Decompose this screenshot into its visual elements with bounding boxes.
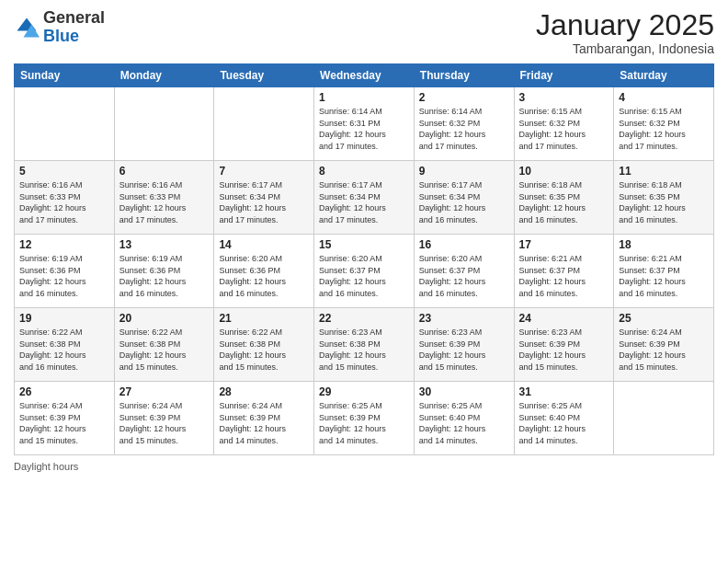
day-number: 2 <box>419 91 509 104</box>
day-info: Sunrise: 6:23 AM Sunset: 6:38 PM Dayligh… <box>319 327 409 373</box>
calendar-cell: 20Sunrise: 6:22 AM Sunset: 6:38 PM Dayli… <box>114 308 214 382</box>
day-number: 21 <box>219 312 309 325</box>
day-number: 7 <box>219 165 309 178</box>
calendar-header-tuesday: Tuesday <box>214 64 314 87</box>
day-info: Sunrise: 6:22 AM Sunset: 6:38 PM Dayligh… <box>219 327 309 373</box>
day-info: Sunrise: 6:16 AM Sunset: 6:33 PM Dayligh… <box>119 179 210 225</box>
calendar-week-4: 19Sunrise: 6:22 AM Sunset: 6:38 PM Dayli… <box>15 308 714 382</box>
day-number: 14 <box>219 238 309 251</box>
calendar-cell: 7Sunrise: 6:17 AM Sunset: 6:34 PM Daylig… <box>214 161 314 235</box>
calendar-cell: 26Sunrise: 6:24 AM Sunset: 6:39 PM Dayli… <box>15 382 115 455</box>
day-number: 20 <box>119 312 210 325</box>
day-info: Sunrise: 6:24 AM Sunset: 6:39 PM Dayligh… <box>219 400 309 446</box>
calendar-cell: 14Sunrise: 6:20 AM Sunset: 6:36 PM Dayli… <box>214 235 314 308</box>
day-number: 8 <box>319 165 409 178</box>
day-number: 11 <box>619 165 709 178</box>
calendar-cell: 30Sunrise: 6:25 AM Sunset: 6:40 PM Dayli… <box>414 382 514 455</box>
day-number: 18 <box>619 238 709 251</box>
subtitle: Tambarangan, Indonesia <box>536 41 714 56</box>
day-info: Sunrise: 6:22 AM Sunset: 6:38 PM Dayligh… <box>119 327 210 373</box>
day-info: Sunrise: 6:18 AM Sunset: 6:35 PM Dayligh… <box>619 179 709 225</box>
day-number: 15 <box>319 238 409 251</box>
day-number: 29 <box>319 385 409 398</box>
day-number: 5 <box>19 165 109 178</box>
logo-icon <box>14 15 40 40</box>
day-info: Sunrise: 6:25 AM Sunset: 6:40 PM Dayligh… <box>519 400 609 446</box>
calendar-cell: 4Sunrise: 6:15 AM Sunset: 6:32 PM Daylig… <box>614 87 714 161</box>
day-info: Sunrise: 6:21 AM Sunset: 6:37 PM Dayligh… <box>619 253 709 299</box>
calendar-cell: 6Sunrise: 6:16 AM Sunset: 6:33 PM Daylig… <box>114 161 214 235</box>
calendar-cell: 19Sunrise: 6:22 AM Sunset: 6:38 PM Dayli… <box>15 308 115 382</box>
calendar-cell: 12Sunrise: 6:19 AM Sunset: 6:36 PM Dayli… <box>15 235 115 308</box>
day-info: Sunrise: 6:17 AM Sunset: 6:34 PM Dayligh… <box>219 179 309 225</box>
day-number: 6 <box>119 165 210 178</box>
calendar-cell: 28Sunrise: 6:24 AM Sunset: 6:39 PM Dayli… <box>214 382 314 455</box>
calendar: SundayMondayTuesdayWednesdayThursdayFrid… <box>14 63 714 455</box>
month-title: January 2025 <box>536 9 714 41</box>
calendar-cell: 16Sunrise: 6:20 AM Sunset: 6:37 PM Dayli… <box>414 235 514 308</box>
calendar-cell <box>15 87 115 161</box>
day-number: 26 <box>19 385 109 398</box>
calendar-cell: 27Sunrise: 6:24 AM Sunset: 6:39 PM Dayli… <box>114 382 214 455</box>
day-info: Sunrise: 6:18 AM Sunset: 6:35 PM Dayligh… <box>519 179 609 225</box>
day-info: Sunrise: 6:20 AM Sunset: 6:37 PM Dayligh… <box>419 253 509 299</box>
day-number: 16 <box>419 238 509 251</box>
day-info: Sunrise: 6:25 AM Sunset: 6:39 PM Dayligh… <box>319 400 409 446</box>
day-info: Sunrise: 6:24 AM Sunset: 6:39 PM Dayligh… <box>119 400 210 446</box>
day-number: 25 <box>619 312 709 325</box>
day-number: 4 <box>619 91 709 104</box>
calendar-cell: 23Sunrise: 6:23 AM Sunset: 6:39 PM Dayli… <box>414 308 514 382</box>
calendar-week-2: 5Sunrise: 6:16 AM Sunset: 6:33 PM Daylig… <box>15 161 714 235</box>
calendar-cell <box>214 87 314 161</box>
footer: Daylight hours <box>14 461 714 472</box>
daylight-label: Daylight hours <box>14 461 78 472</box>
day-info: Sunrise: 6:14 AM Sunset: 6:32 PM Dayligh… <box>419 106 509 152</box>
day-number: 17 <box>519 238 609 251</box>
calendar-cell: 13Sunrise: 6:19 AM Sunset: 6:36 PM Dayli… <box>114 235 214 308</box>
day-info: Sunrise: 6:14 AM Sunset: 6:31 PM Dayligh… <box>319 106 409 152</box>
calendar-cell: 8Sunrise: 6:17 AM Sunset: 6:34 PM Daylig… <box>314 161 415 235</box>
day-info: Sunrise: 6:21 AM Sunset: 6:37 PM Dayligh… <box>519 253 609 299</box>
day-info: Sunrise: 6:24 AM Sunset: 6:39 PM Dayligh… <box>619 327 709 373</box>
day-info: Sunrise: 6:23 AM Sunset: 6:39 PM Dayligh… <box>519 327 609 373</box>
title-block: January 2025 Tambarangan, Indonesia <box>536 9 714 56</box>
day-number: 3 <box>519 91 609 104</box>
logo-general: General <box>43 8 105 27</box>
calendar-cell: 15Sunrise: 6:20 AM Sunset: 6:37 PM Dayli… <box>314 235 415 308</box>
day-info: Sunrise: 6:25 AM Sunset: 6:40 PM Dayligh… <box>419 400 509 446</box>
calendar-header-wednesday: Wednesday <box>314 64 415 87</box>
calendar-week-3: 12Sunrise: 6:19 AM Sunset: 6:36 PM Dayli… <box>15 235 714 308</box>
calendar-cell: 1Sunrise: 6:14 AM Sunset: 6:31 PM Daylig… <box>314 87 415 161</box>
day-info: Sunrise: 6:19 AM Sunset: 6:36 PM Dayligh… <box>119 253 210 299</box>
day-info: Sunrise: 6:19 AM Sunset: 6:36 PM Dayligh… <box>19 253 109 299</box>
calendar-header-sunday: Sunday <box>15 64 115 87</box>
logo-blue: Blue <box>43 27 79 45</box>
page: General Blue January 2025 Tambarangan, I… <box>0 0 728 563</box>
day-info: Sunrise: 6:15 AM Sunset: 6:32 PM Dayligh… <box>519 106 609 152</box>
calendar-header-row: SundayMondayTuesdayWednesdayThursdayFrid… <box>15 64 714 87</box>
day-number: 13 <box>119 238 210 251</box>
day-info: Sunrise: 6:17 AM Sunset: 6:34 PM Dayligh… <box>419 179 509 225</box>
day-info: Sunrise: 6:23 AM Sunset: 6:39 PM Dayligh… <box>419 327 509 373</box>
calendar-week-5: 26Sunrise: 6:24 AM Sunset: 6:39 PM Dayli… <box>15 382 714 455</box>
day-number: 1 <box>319 91 409 104</box>
day-info: Sunrise: 6:20 AM Sunset: 6:37 PM Dayligh… <box>319 253 409 299</box>
day-info: Sunrise: 6:20 AM Sunset: 6:36 PM Dayligh… <box>219 253 309 299</box>
day-info: Sunrise: 6:17 AM Sunset: 6:34 PM Dayligh… <box>319 179 409 225</box>
day-number: 28 <box>219 385 309 398</box>
day-number: 19 <box>19 312 109 325</box>
calendar-header-thursday: Thursday <box>414 64 514 87</box>
logo: General Blue <box>14 9 105 46</box>
calendar-cell: 18Sunrise: 6:21 AM Sunset: 6:37 PM Dayli… <box>614 235 714 308</box>
calendar-header-monday: Monday <box>114 64 214 87</box>
calendar-cell: 17Sunrise: 6:21 AM Sunset: 6:37 PM Dayli… <box>514 235 614 308</box>
calendar-cell: 25Sunrise: 6:24 AM Sunset: 6:39 PM Dayli… <box>614 308 714 382</box>
day-info: Sunrise: 6:15 AM Sunset: 6:32 PM Dayligh… <box>619 106 709 152</box>
calendar-cell: 3Sunrise: 6:15 AM Sunset: 6:32 PM Daylig… <box>514 87 614 161</box>
day-number: 30 <box>419 385 509 398</box>
calendar-cell: 9Sunrise: 6:17 AM Sunset: 6:34 PM Daylig… <box>414 161 514 235</box>
calendar-cell: 31Sunrise: 6:25 AM Sunset: 6:40 PM Dayli… <box>514 382 614 455</box>
calendar-cell: 2Sunrise: 6:14 AM Sunset: 6:32 PM Daylig… <box>414 87 514 161</box>
logo-text: General Blue <box>43 9 105 46</box>
calendar-cell: 29Sunrise: 6:25 AM Sunset: 6:39 PM Dayli… <box>314 382 415 455</box>
